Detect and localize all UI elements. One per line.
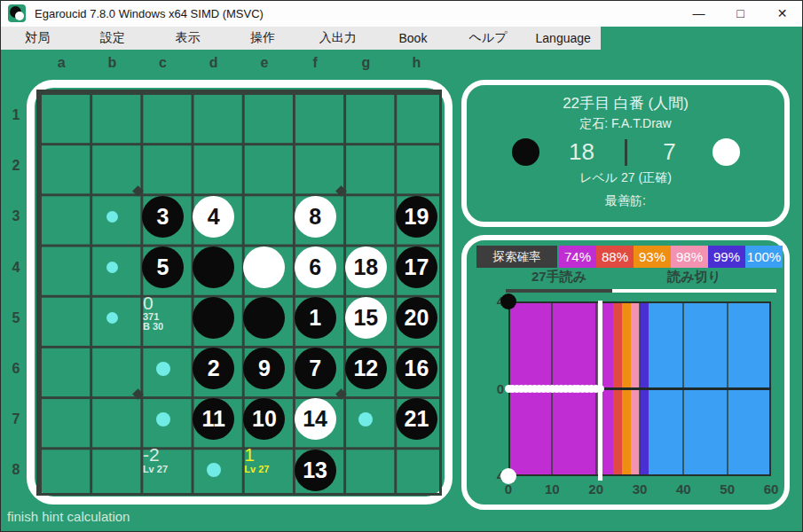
column-label-f: f: [290, 55, 341, 71]
column-label-e: e: [239, 55, 289, 71]
endgame-read-label: 読み切り: [612, 269, 776, 286]
row-label-2: 2: [2, 140, 30, 191]
hint-e8[interactable]: 1Lv 27: [244, 445, 269, 474]
x-axis-label-30: 30: [622, 481, 657, 497]
disc-h5: 20: [396, 297, 437, 339]
disc-f8: 13: [295, 450, 336, 491]
disc-c4: 5: [142, 246, 184, 288]
minimize-button[interactable]: —: [678, 0, 720, 27]
row-label-7: 7: [2, 394, 30, 444]
status-text: finish hint calculation: [7, 509, 130, 524]
disc-e5: [243, 297, 285, 339]
disc-f3: 8: [295, 196, 336, 238]
hint-c5[interactable]: 0371B 30: [143, 293, 163, 332]
zero-score-line: [601, 387, 771, 390]
row-label-8: 8: [2, 444, 30, 495]
disc-h6: 16: [396, 348, 437, 389]
legal-move-dot-c7[interactable]: [156, 412, 170, 426]
menu-item-対局[interactable]: 対局: [0, 30, 75, 46]
menubar: 対局設定表示操作入出力BookヘルプLanguage: [0, 27, 601, 50]
legal-move-dot-g7[interactable]: [358, 412, 373, 426]
x-axis-label-60: 60: [753, 481, 789, 497]
legal-move-dot-b3[interactable]: [106, 211, 118, 223]
column-label-b: b: [87, 55, 138, 71]
disc-h7: 21: [396, 398, 437, 440]
disc-g5: 15: [345, 297, 387, 339]
disc-h4: 17: [396, 246, 437, 288]
row-label-5: 5: [2, 293, 30, 343]
ai-level-indicator: レベル 27 (正確): [467, 170, 784, 186]
legend-chip-93%: 93%: [634, 246, 671, 268]
white-disc-icon: [712, 138, 740, 166]
legal-move-dot-c6[interactable]: [156, 362, 170, 376]
disc-c3: 3: [142, 196, 184, 238]
maximize-button[interactable]: □: [720, 0, 761, 27]
titlebar: Egaroucid 7.8.0 Windows x64 SIMD (MSVC) …: [0, 0, 803, 27]
opening-name: 定石: F.A.T.Draw: [467, 116, 784, 132]
menu-item-表示[interactable]: 表示: [150, 30, 225, 46]
row-label-4: 4: [2, 242, 30, 293]
x-axis-label-10: 10: [534, 481, 570, 497]
menu-item-操作[interactable]: 操作: [225, 30, 301, 46]
hint-c8-line0: -2: [143, 445, 168, 464]
legal-move-dot-b5[interactable]: [106, 312, 118, 324]
legend-chip-100%: 100%: [745, 246, 783, 268]
y-axis-label-1: 0: [484, 381, 504, 397]
row-label-1: 1: [2, 90, 30, 140]
window-controls: — □ ✕: [678, 0, 803, 27]
move-turn-indicator: 22手目 白番 (人間): [467, 93, 784, 113]
column-label-a: a: [36, 55, 87, 71]
status-bar: finish hint calculation: [7, 509, 130, 524]
hint-c5-line2: B 30: [143, 322, 163, 332]
midgame-depth-label: 27手読み: [506, 269, 612, 286]
disc-f7: 14: [295, 398, 336, 440]
disc-d6: 2: [193, 348, 234, 389]
menu-item-ヘルプ[interactable]: ヘルプ: [451, 30, 526, 46]
analysis-graph-panel: 探索確率 74%88%93%98%99%100% 27手読み 読み切り 4040…: [461, 235, 790, 510]
column-label-g: g: [341, 55, 391, 71]
menu-item-book[interactable]: Book: [375, 31, 451, 45]
best-line-label: 最善筋:: [467, 193, 784, 209]
logo-white-disc: [15, 12, 24, 20]
black-disc-count: 18: [539, 138, 625, 166]
disc-f5: 1: [295, 297, 336, 339]
menu-item-language[interactable]: Language: [525, 31, 601, 45]
evaluation-graph[interactable]: [508, 301, 771, 476]
board-grid[interactable]: [36, 90, 443, 496]
column-label-c: c: [138, 55, 188, 71]
midgame-range-bar: [506, 289, 612, 293]
legend-chips: 74%88%93%98%99%100%: [559, 246, 783, 268]
legend-chip-88%: 88%: [596, 246, 634, 268]
x-axis-label-40: 40: [665, 481, 701, 497]
endgame-range-bar: [612, 289, 776, 293]
legend-chip-98%: 98%: [671, 246, 708, 268]
black-score-dot: [500, 293, 516, 309]
row-label-3: 3: [2, 191, 30, 241]
disc-f4: 6: [295, 246, 336, 288]
close-button[interactable]: ✕: [761, 0, 803, 27]
probability-legend: 探索確率 74%88%93%98%99%100%: [476, 246, 783, 268]
row-label-6: 6: [2, 343, 30, 394]
app-logo-icon: [8, 4, 26, 22]
disc-g4: 18: [345, 246, 387, 288]
hint-c5-line0: 0: [143, 293, 163, 312]
legal-move-dot-b4[interactable]: [106, 262, 118, 273]
disc-f6: 7: [295, 348, 336, 389]
disc-g6: 12: [345, 348, 387, 389]
disc-e4: [243, 246, 285, 288]
disc-d3: 4: [193, 196, 234, 238]
legend-chip-74%: 74%: [559, 246, 596, 268]
legend-chip-99%: 99%: [708, 246, 745, 268]
hint-c8-line1: Lv 27: [143, 465, 168, 474]
current-move-marker: [598, 301, 602, 481]
x-axis-label-20: 20: [579, 481, 614, 497]
search-probability-label: 探索確率: [476, 246, 557, 268]
legal-move-dot-d8[interactable]: [207, 463, 221, 477]
hint-c8[interactable]: -2Lv 27: [143, 445, 168, 474]
menu-item-設定[interactable]: 設定: [75, 30, 151, 46]
x-axis-label-50: 50: [710, 481, 745, 497]
x-axis-label-0: 0: [491, 481, 526, 497]
menu-item-入出力[interactable]: 入出力: [301, 30, 376, 46]
column-label-d: d: [188, 55, 239, 71]
window-title: Egaroucid 7.8.0 Windows x64 SIMD (MSVC): [35, 7, 264, 20]
